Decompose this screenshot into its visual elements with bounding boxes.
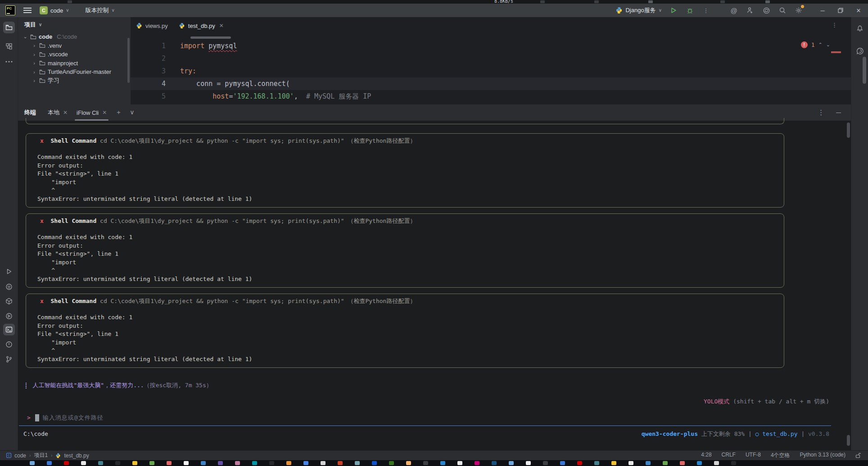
more-actions-icon[interactable]: ⋮	[701, 6, 710, 15]
shell-command-output: Command exited with code: 1 Error output…	[37, 233, 778, 283]
taskbar-app-icon	[594, 461, 599, 465]
tab-label: test_db.py	[188, 23, 215, 29]
code-with-me-icon[interactable]	[746, 6, 755, 15]
taskbar-app-icon	[628, 461, 633, 465]
folder-icon	[39, 60, 45, 66]
problems-tool-icon[interactable]	[3, 339, 15, 350]
code-line-2[interactable]: 2	[131, 52, 851, 65]
chevron-down-icon[interactable]: ⌄	[23, 34, 28, 40]
project-panel-header[interactable]: 项目 ∨	[18, 17, 131, 32]
project-widget[interactable]: C code ∨	[40, 6, 69, 14]
next-problem-icon[interactable]: ⌄	[826, 42, 830, 48]
python-logo-icon	[615, 7, 623, 14]
chevron-right-icon[interactable]: ›	[32, 69, 37, 75]
tab-test-db-py[interactable]: test_db.py ✕	[173, 17, 229, 34]
prev-problem-icon[interactable]: ⌃	[818, 42, 823, 48]
tabbar-scroll-thumb[interactable]	[190, 36, 231, 39]
chevron-right-icon[interactable]: ›	[32, 60, 37, 66]
shell-command-title: Shell Command	[44, 217, 100, 224]
tree-item-code[interactable]: ⌄codeC:\code	[18, 32, 131, 41]
main-menu-icon[interactable]	[23, 8, 32, 13]
error-x-marker: x	[40, 137, 44, 144]
window-close-button[interactable]: ✕	[851, 4, 866, 17]
code-line-5[interactable]: 5 host='192.168.1.100', # MySQL 服务器 IP	[131, 90, 851, 103]
terminal-dropdown-icon[interactable]: ∨	[126, 109, 138, 116]
status-bar-right: 4:28CRLFUTF-84个空格Python 3.13 (code)	[701, 452, 868, 459]
new-terminal-icon[interactable]: ＋	[111, 109, 126, 117]
breadcrumb-item[interactable]: 项目1	[34, 452, 48, 459]
breadcrumb[interactable]: C code › 项目1 › test_db.py	[0, 452, 89, 459]
debug-button[interactable]	[685, 6, 694, 15]
tab-close-icon[interactable]: ✕	[219, 23, 224, 29]
chevron-right-icon[interactable]: ›	[32, 43, 37, 48]
notifications-bell-icon[interactable]	[854, 23, 866, 34]
status-item[interactable]: 4个空格	[771, 452, 790, 459]
tree-item-学习[interactable]: ›学习	[18, 77, 131, 86]
packages-tool-icon[interactable]	[3, 295, 15, 307]
terminal-scrollbar-thumb[interactable]	[847, 122, 850, 138]
tab-options-icon[interactable]: ⋮	[832, 22, 837, 28]
code-editor[interactable]: 1import pymysql23try:4 conn = pymysql.co…	[131, 40, 851, 103]
search-everywhere-icon[interactable]	[778, 6, 787, 15]
tab-close-icon[interactable]: ✕	[102, 109, 107, 116]
terminal-scrollbar-thumb[interactable]	[847, 435, 850, 446]
code-line-3[interactable]: 3try:	[131, 65, 851, 77]
chevron-right-icon[interactable]: ›	[32, 52, 37, 57]
lock-open-icon[interactable]	[855, 452, 861, 458]
settings-gear-icon[interactable]	[794, 6, 803, 15]
tree-item-TurtleAndFourier-master[interactable]: ›TurtleAndFourier-master	[18, 68, 131, 77]
window-minimize-button[interactable]: ─	[815, 4, 830, 17]
status-item[interactable]: 4:28	[701, 452, 711, 459]
line-number: 4	[131, 77, 170, 90]
terminal-title[interactable]: 终端	[24, 109, 36, 117]
terminal-tool-icon[interactable]	[3, 324, 15, 335]
taskbar-app-icon	[509, 461, 514, 465]
yolo-mode-hint: (shift + tab / alt + m 切换)	[733, 398, 829, 405]
python-file-icon	[55, 453, 61, 458]
breadcrumb-item[interactable]: code	[14, 452, 26, 459]
terminal-options-icon[interactable]: ⋮	[818, 109, 824, 117]
status-item[interactable]: Python 3.13 (code)	[800, 452, 845, 459]
taskbar-app-icon	[646, 461, 651, 465]
code-line-1[interactable]: 1import pymysql	[131, 40, 851, 52]
profile-sync-icon[interactable]	[762, 6, 771, 15]
terminal-minimize-icon[interactable]: ─	[836, 109, 841, 117]
breadcrumb-item[interactable]: test_db.py	[64, 452, 89, 459]
tree-item-mainproject[interactable]: ›mainproject	[18, 59, 131, 68]
editor-scrollbar-thumb[interactable]	[863, 57, 866, 84]
project-tool-icon[interactable]	[3, 22, 15, 33]
more-tool-windows-icon[interactable]	[3, 56, 15, 68]
vcs-widget[interactable]: 版本控制 ∨	[86, 6, 115, 14]
chat-input[interactable]: > 输入消息或@文件路径	[27, 413, 104, 422]
taskbar-app-icon	[423, 461, 428, 465]
ai-chat-tool-icon[interactable]	[854, 45, 866, 57]
structure-tool-icon[interactable]	[3, 41, 15, 52]
error-x-marker: x	[40, 298, 44, 304]
shell-command-output: Command exited with code: 1 Error output…	[37, 313, 778, 363]
tree-item-.venv[interactable]: ›.venv	[18, 41, 131, 50]
run-config-widget[interactable]: Django服务 ∨	[615, 6, 662, 14]
ai-assistant-icon[interactable]: @	[729, 6, 738, 15]
status-item[interactable]: CRLF	[722, 452, 736, 459]
tab-close-icon[interactable]: ✕	[63, 109, 68, 116]
window-restore-button[interactable]	[833, 4, 848, 17]
code-line-4[interactable]: 4 conn = pymysql.connect(	[131, 77, 851, 90]
separator: |	[748, 430, 755, 437]
tree-item-.vscode[interactable]: ›.vscode	[18, 50, 131, 59]
cli-footer: C:\code qwen3-coder-plus 上下文剩余 83% | ○ t…	[23, 430, 829, 438]
background-app-icon	[720, 0, 725, 3]
breadcrumb-separator: ›	[51, 453, 52, 458]
run-button[interactable]	[669, 6, 678, 15]
taskbar-app-icon	[47, 461, 52, 465]
services-tool-icon[interactable]	[3, 310, 15, 322]
chevron-right-icon[interactable]: ›	[32, 78, 37, 83]
terminal-content[interactable]: x Shell Command cd C:\code\项目1\dy_projec…	[18, 121, 851, 450]
python-console-tool-icon[interactable]	[3, 281, 15, 293]
taskbar-app-icon	[167, 461, 172, 465]
project-scrollbar-thumb[interactable]	[127, 38, 130, 83]
git-tool-icon[interactable]	[3, 353, 15, 365]
status-item[interactable]: UTF-8	[746, 452, 761, 459]
inspection-widget[interactable]: ! 1 ⌃ ⌄	[801, 41, 830, 48]
tab-views-py[interactable]: views.py	[131, 17, 173, 34]
run-tool-icon[interactable]	[3, 266, 15, 277]
